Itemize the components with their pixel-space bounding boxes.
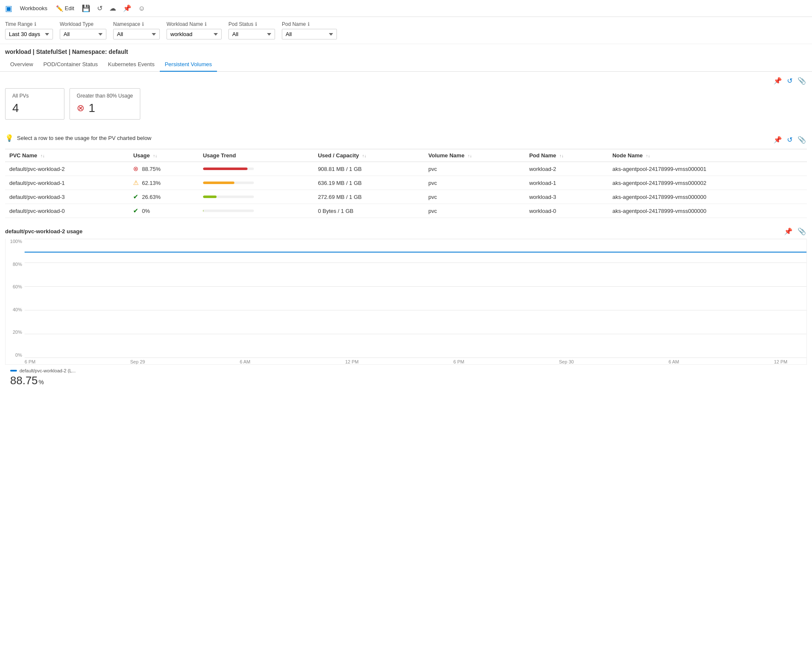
- select-row-hint: 💡 Select a row to see the usage for the …: [5, 134, 151, 142]
- tab-overview[interactable]: Overview: [5, 58, 38, 72]
- col-volume-name[interactable]: Volume Name ↑↓: [424, 149, 525, 162]
- tab-persistent-volumes[interactable]: Persistent Volumes: [160, 58, 217, 72]
- sort-node-name-icon[interactable]: ↑↓: [646, 154, 650, 158]
- cell-used-capacity: 0 Bytes / 1 GB: [314, 204, 424, 218]
- col-usage[interactable]: Usage ↑↓: [129, 149, 198, 162]
- usage-value: 0%: [142, 208, 150, 214]
- cell-volume-name: pvc: [424, 204, 525, 218]
- workload-type-label: Workload Type: [60, 21, 106, 27]
- chart-legend: default/pvc-workload-2 (L... 88.75 %: [5, 365, 807, 391]
- pod-status-info-icon[interactable]: ℹ: [255, 21, 257, 27]
- trend-bar: [203, 210, 203, 212]
- chart-title-row: default/pvc-workload-2 usage 📌 📎: [5, 226, 807, 236]
- workload-type-filter: Workload Type All Deployment StatefulSet: [60, 21, 106, 39]
- table-section-toolbar: 📌 ↺ 📎: [773, 135, 807, 145]
- chart-title-text: default/pvc-workload-2 usage: [5, 228, 83, 235]
- sort-used-capacity-icon[interactable]: ↑↓: [362, 154, 367, 158]
- col-node-name[interactable]: Node Name ↑↓: [608, 149, 807, 162]
- azure-logo-icon: ▣: [5, 4, 12, 13]
- table-row[interactable]: default/pvc-workload-2 ⊗ 88.75% 908.81 M…: [5, 162, 807, 176]
- save-icon[interactable]: 💾: [80, 3, 92, 14]
- cell-pod-name: workload-2: [525, 162, 608, 176]
- refresh-icon[interactable]: ↺: [95, 3, 104, 14]
- pv-pin-icon[interactable]: 📌: [773, 76, 783, 86]
- chart-section: default/pvc-workload-2 usage 📌 📎 100% 80…: [0, 222, 812, 391]
- cell-pvc-name: default/pvc-workload-2: [5, 162, 129, 176]
- pod-name-select[interactable]: All workload-0: [282, 29, 337, 39]
- pv-undo-icon[interactable]: ↺: [786, 76, 793, 86]
- col-pod-name[interactable]: Pod Name ↑↓: [525, 149, 608, 162]
- sort-pvc-name-icon[interactable]: ↑↓: [40, 154, 44, 158]
- cell-usage: ⊗ 88.75%: [129, 162, 198, 176]
- y-label-60: 60%: [6, 284, 25, 289]
- time-range-info-icon[interactable]: ℹ: [34, 21, 36, 27]
- legend-value-row: 88.75 %: [10, 374, 802, 387]
- col-usage-trend[interactable]: Usage Trend: [199, 149, 314, 162]
- table-pin-icon[interactable]: 📌: [773, 135, 783, 145]
- edit-label: Edit: [65, 5, 74, 11]
- workbooks-nav[interactable]: Workbooks: [17, 3, 50, 13]
- usage-value: 26.63%: [142, 194, 161, 200]
- workload-type-select[interactable]: All Deployment StatefulSet: [60, 29, 106, 39]
- workload-name-select[interactable]: workload All: [167, 29, 222, 39]
- feedback-icon[interactable]: ☺: [136, 3, 147, 14]
- table-expand-icon[interactable]: 📎: [797, 135, 807, 145]
- namespace-select[interactable]: All default: [113, 29, 160, 39]
- cell-node-name: aks-agentpool-24178999-vmss000001: [608, 162, 807, 176]
- x-label-6: 6 AM: [668, 359, 679, 364]
- y-label-0: 0%: [6, 352, 25, 358]
- status-warning-icon: ⚠: [133, 179, 139, 186]
- tab-kubernetes-events[interactable]: Kubernetes Events: [103, 58, 160, 72]
- cell-pod-name: workload-1: [525, 176, 608, 190]
- legend-item: default/pvc-workload-2 (L...: [10, 368, 802, 373]
- table-undo-icon[interactable]: ↺: [786, 135, 793, 145]
- namespace-info-icon[interactable]: ℹ: [142, 21, 144, 27]
- table-row[interactable]: default/pvc-workload-3 ✔ 26.63% 272.69 M…: [5, 190, 807, 204]
- x-label-0: 6 PM: [25, 359, 36, 364]
- all-pvs-label: All PVs: [12, 93, 57, 99]
- chart-pin-icon[interactable]: 📌: [783, 226, 793, 236]
- legend-color-swatch: [10, 370, 17, 372]
- sort-usage-icon[interactable]: ↑↓: [153, 154, 157, 158]
- x-label-5: Sep 30: [559, 359, 574, 364]
- cell-volume-name: pvc: [424, 162, 525, 176]
- filters-bar: Time Range ℹ Last 30 days Last 7 days La…: [0, 17, 812, 44]
- cell-usage: ✔ 26.63%: [129, 190, 198, 204]
- col-pvc-name[interactable]: PVC Name ↑↓: [5, 149, 129, 162]
- cloud-icon[interactable]: ☁: [108, 3, 118, 14]
- edit-icon: ✏️: [56, 5, 63, 12]
- edit-button[interactable]: ✏️ Edit: [53, 3, 77, 14]
- pv-expand-icon[interactable]: 📎: [797, 76, 807, 86]
- pod-status-select[interactable]: All Running Failed: [228, 29, 275, 39]
- pvc-table: PVC Name ↑↓ Usage ↑↓ Usage Trend Used / …: [5, 149, 807, 218]
- namespace-filter: Namespace ℹ All default: [113, 21, 160, 39]
- workload-name-info-icon[interactable]: ℹ: [205, 21, 207, 27]
- y-label-80: 80%: [6, 262, 25, 267]
- workload-name-label: Workload Name ℹ: [167, 21, 222, 27]
- pin-icon[interactable]: 📌: [121, 3, 133, 14]
- cell-pod-name: workload-3: [525, 190, 608, 204]
- tab-pod-container-status[interactable]: POD/Container Status: [38, 58, 103, 72]
- pv-cards: All PVs 4 Greater than 80% Usage ⊗ 1: [5, 88, 807, 120]
- x-axis: 6 PM Sep 29 6 AM 12 PM 6 PM Sep 30 6 AM …: [6, 358, 806, 364]
- legend-label-text: default/pvc-workload-2 (L...: [19, 368, 76, 373]
- sort-pod-name-icon[interactable]: ↑↓: [559, 154, 564, 158]
- cell-usage: ⚠ 62.13%: [129, 176, 198, 190]
- table-row[interactable]: default/pvc-workload-1 ⚠ 62.13% 636.19 M…: [5, 176, 807, 190]
- time-range-select[interactable]: Last 30 days Last 7 days Last 24 hours: [5, 29, 53, 39]
- sort-volume-name-icon[interactable]: ↑↓: [468, 154, 472, 158]
- pod-name-info-icon[interactable]: ℹ: [308, 21, 310, 27]
- table-section: 💡 Select a row to see the usage for the …: [0, 134, 812, 222]
- table-row[interactable]: default/pvc-workload-0 ✔ 0% 0 Bytes / 1 …: [5, 204, 807, 218]
- y-axis: 100% 80% 60% 40% 20% 0%: [6, 239, 25, 358]
- cell-usage-trend: [199, 176, 314, 190]
- cell-used-capacity: 636.19 MB / 1 GB: [314, 176, 424, 190]
- high-usage-card: Greater than 80% Usage ⊗ 1: [70, 88, 140, 120]
- x-label-3: 12 PM: [345, 359, 359, 364]
- cell-used-capacity: 272.69 MB / 1 GB: [314, 190, 424, 204]
- tabs-nav: Overview POD/Container Status Kubernetes…: [0, 58, 812, 72]
- col-used-capacity[interactable]: Used / Capacity ↑↓: [314, 149, 424, 162]
- hint-bulb-icon: 💡: [5, 134, 14, 142]
- chart-expand-icon[interactable]: 📎: [797, 226, 807, 236]
- chart-toolbar: 📌 📎: [783, 226, 807, 236]
